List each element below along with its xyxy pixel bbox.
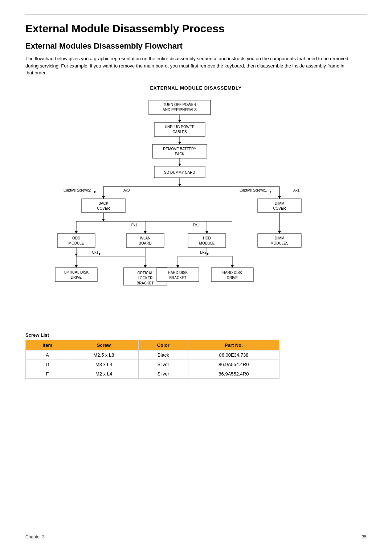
svg-text:MODULE: MODULE bbox=[199, 241, 215, 245]
svg-marker-29 bbox=[278, 196, 281, 199]
svg-text:BRACKET: BRACKET bbox=[169, 276, 186, 280]
flowchart-title: EXTERNAL MODULE DISASSEMBLY bbox=[25, 85, 367, 91]
footer-left: Chapter 3 bbox=[25, 534, 45, 539]
svg-marker-18 bbox=[178, 184, 181, 186]
svg-rect-0 bbox=[149, 100, 211, 115]
table-row: AM2.5 x L8Black86.00E34.738 bbox=[26, 350, 279, 360]
svg-text:Captive Screwx1: Captive Screwx1 bbox=[240, 188, 267, 192]
svg-text:WLAN: WLAN bbox=[140, 236, 151, 240]
svg-text:Captive Screwx2: Captive Screwx2 bbox=[64, 188, 91, 192]
screw-list-title: Screw List bbox=[25, 332, 367, 338]
footer-right: 35 bbox=[362, 534, 367, 539]
svg-text:DIMM: DIMM bbox=[275, 236, 285, 240]
svg-text:CABLES: CABLES bbox=[172, 130, 187, 134]
page-title: External Module Disassembly Process bbox=[25, 22, 367, 35]
svg-text:Ax3: Ax3 bbox=[123, 188, 130, 192]
svg-marker-37 bbox=[102, 219, 105, 221]
svg-rect-25 bbox=[82, 199, 125, 213]
svg-marker-70 bbox=[144, 265, 147, 268]
svg-marker-42 bbox=[144, 231, 147, 234]
svg-marker-23 bbox=[94, 191, 96, 193]
svg-marker-45 bbox=[205, 231, 208, 234]
svg-text:BACK: BACK bbox=[98, 201, 109, 205]
svg-marker-40 bbox=[75, 231, 78, 234]
footer: Chapter 3 35 bbox=[25, 532, 367, 539]
svg-text:PACK: PACK bbox=[175, 152, 185, 156]
svg-text:HARD DISK: HARD DISK bbox=[168, 271, 188, 275]
svg-rect-10 bbox=[152, 144, 207, 158]
top-border bbox=[25, 15, 367, 15]
svg-text:UNPLUG POWER: UNPLUG POWER bbox=[165, 125, 195, 129]
svg-marker-67 bbox=[75, 265, 78, 268]
svg-rect-53 bbox=[188, 234, 226, 247]
svg-text:ODD: ODD bbox=[72, 236, 80, 240]
svg-rect-50 bbox=[126, 234, 164, 247]
svg-text:COVER: COVER bbox=[273, 206, 286, 210]
svg-marker-62 bbox=[75, 254, 78, 256]
svg-text:AND PERIPHERALS: AND PERIPHERALS bbox=[163, 108, 197, 112]
svg-text:OPTICAL DISK: OPTICAL DISK bbox=[64, 270, 89, 274]
svg-text:BRACKET: BRACKET bbox=[136, 281, 154, 285]
svg-text:BOARD: BOARD bbox=[139, 241, 152, 245]
svg-marker-9 bbox=[178, 142, 181, 144]
table-row: FM2 x L4Silver86.9A552.4R0 bbox=[26, 369, 279, 378]
svg-marker-82 bbox=[207, 253, 209, 255]
svg-marker-86 bbox=[231, 265, 234, 268]
svg-text:DIMM: DIMM bbox=[275, 201, 285, 205]
svg-text:REMOVE BATTERY: REMOVE BATTERY bbox=[163, 147, 196, 151]
svg-text:DRIVE: DRIVE bbox=[227, 276, 238, 280]
svg-text:Cx1: Cx1 bbox=[92, 250, 98, 254]
svg-marker-31 bbox=[270, 191, 271, 193]
svg-text:HARD DISK: HARD DISK bbox=[222, 271, 242, 275]
svg-text:DRIVE: DRIVE bbox=[71, 275, 82, 279]
svg-marker-14 bbox=[178, 164, 181, 166]
section-title: External Modules Disassembly Flowchart bbox=[25, 41, 367, 51]
svg-text:LOCKER: LOCKER bbox=[138, 276, 152, 280]
svg-text:OPTICAL: OPTICAL bbox=[138, 271, 153, 275]
svg-rect-71 bbox=[55, 268, 97, 282]
svg-text:Fx1: Fx1 bbox=[131, 223, 138, 227]
svg-marker-21 bbox=[102, 196, 105, 199]
table-header-item: Item bbox=[26, 340, 69, 350]
screw-table: Item Screw Color Part No. AM2.5 x L8Blac… bbox=[25, 340, 279, 379]
table-row: DM3 x L4Silver86.9A554.4R0 bbox=[26, 360, 279, 369]
svg-text:TURN OFF POWER: TURN OFF POWER bbox=[163, 103, 196, 107]
table-header-screw: Screw bbox=[69, 340, 139, 350]
svg-text:Fx1: Fx1 bbox=[193, 223, 199, 227]
svg-rect-33 bbox=[258, 199, 301, 213]
table-header-partno: Part No. bbox=[188, 340, 279, 350]
svg-marker-4 bbox=[178, 120, 181, 123]
svg-marker-84 bbox=[176, 265, 179, 268]
svg-text:SD DUMMY CARD: SD DUMMY CARD bbox=[164, 171, 195, 175]
svg-text:COVER: COVER bbox=[97, 206, 110, 210]
flowchart-container: TURN OFF POWER AND PERIPHERALS UNPLUG PO… bbox=[25, 97, 367, 321]
svg-text:Ax1: Ax1 bbox=[293, 188, 300, 192]
svg-marker-57 bbox=[278, 231, 281, 234]
svg-rect-47 bbox=[57, 234, 95, 247]
svg-text:Dx2: Dx2 bbox=[200, 250, 207, 254]
table-header-color: Color bbox=[138, 340, 188, 350]
intro-text: The flowchart below gives you a graphic … bbox=[25, 55, 352, 77]
svg-text:MODULES: MODULES bbox=[270, 241, 289, 245]
svg-marker-65 bbox=[99, 253, 101, 255]
svg-text:HDD: HDD bbox=[203, 236, 211, 240]
svg-text:MODULE: MODULE bbox=[69, 241, 84, 245]
svg-rect-58 bbox=[258, 234, 301, 247]
